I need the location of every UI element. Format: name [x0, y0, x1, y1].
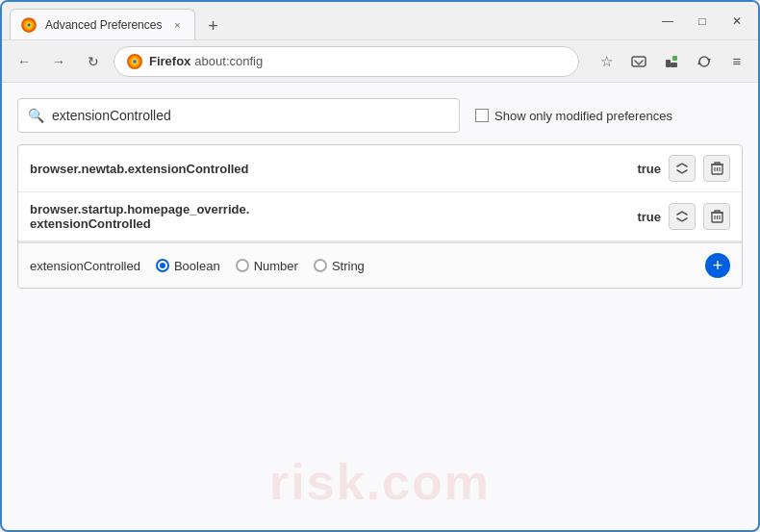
pref-name-2-line1: browser.startup.homepage_override.	[30, 202, 629, 216]
toggle-icon-2	[675, 210, 689, 223]
svg-marker-12	[707, 59, 711, 62]
svg-rect-10	[672, 56, 677, 61]
delete-icon-1	[711, 162, 723, 175]
extension-button[interactable]	[658, 48, 685, 75]
add-pref-button[interactable]: +	[705, 253, 730, 278]
radio-string[interactable]: String	[314, 259, 365, 273]
preferences-table: browser.newtab.extensionControlled true	[17, 144, 743, 289]
pref-name-2-line2: extensionControlled	[30, 216, 629, 231]
toggle-icon-1	[675, 162, 689, 175]
new-tab-button[interactable]: +	[199, 13, 226, 39]
menu-button[interactable]: ≡	[723, 48, 750, 75]
tab-close-button[interactable]: ×	[169, 17, 185, 33]
minimize-button[interactable]: —	[654, 11, 681, 32]
title-bar: Advanced Preferences × + — □ ✕	[2, 2, 758, 40]
delete-button-2[interactable]	[703, 203, 730, 230]
forward-button[interactable]: →	[44, 47, 73, 76]
toggle-button-2[interactable]	[669, 203, 696, 230]
svg-point-7	[133, 60, 137, 63]
firefox-tab-icon	[20, 16, 38, 34]
reload-button[interactable]: ↻	[79, 47, 108, 76]
radio-number[interactable]: Number	[236, 259, 298, 273]
search-row: 🔍 Show only modified preferences	[17, 98, 743, 133]
active-tab[interactable]: Advanced Preferences ×	[10, 9, 195, 39]
new-pref-name: extensionControlled	[30, 259, 140, 273]
radio-boolean-label: Boolean	[174, 259, 220, 273]
watermark: risk.com	[269, 453, 491, 511]
tab-title: Advanced Preferences	[45, 18, 162, 32]
extension-icon	[664, 54, 679, 69]
pref-actions-1	[669, 155, 730, 182]
close-button[interactable]: ✕	[723, 11, 750, 32]
search-box[interactable]: 🔍	[17, 98, 460, 133]
address-bar[interactable]: Firefox about:config	[114, 46, 579, 77]
table-row: browser.newtab.extensionControlled true	[18, 145, 742, 192]
window-controls: — □ ✕	[654, 11, 750, 32]
pref-value-2: true	[629, 210, 661, 224]
delete-icon-2	[711, 210, 723, 223]
back-button[interactable]: ←	[10, 47, 38, 76]
show-modified-text: Show only modified preferences	[494, 109, 672, 123]
radio-string-circle[interactable]	[314, 259, 327, 272]
sync-button[interactable]	[691, 48, 718, 75]
browser-brand: Firefox	[149, 54, 190, 68]
type-radio-group: Boolean Number String	[156, 259, 705, 273]
show-modified-checkbox[interactable]	[475, 109, 489, 122]
tab-area: Advanced Preferences × +	[10, 2, 654, 39]
table-row: browser.startup.homepage_override. exten…	[18, 192, 742, 241]
radio-boolean-circle[interactable]	[156, 259, 169, 272]
address-text: Firefox about:config	[149, 54, 263, 68]
pref-name-2: browser.startup.homepage_override. exten…	[30, 202, 629, 231]
svg-point-3	[27, 23, 30, 26]
radio-number-label: Number	[254, 259, 298, 273]
firefox-address-icon	[126, 53, 143, 70]
pref-name-1: browser.newtab.extensionControlled	[30, 162, 629, 176]
search-input[interactable]	[52, 108, 449, 123]
pocket-button[interactable]	[625, 48, 652, 75]
browser-window: Advanced Preferences × + — □ ✕ ← → ↻ Fir…	[0, 0, 760, 532]
pref-value-1: true	[629, 162, 661, 176]
svg-rect-11	[671, 63, 677, 67]
svg-marker-13	[697, 62, 701, 64]
sync-icon	[697, 54, 712, 69]
pref-actions-2	[669, 203, 730, 230]
radio-string-label: String	[332, 259, 365, 273]
pocket-icon	[631, 54, 646, 69]
bookmark-star-button[interactable]: ☆	[593, 48, 620, 75]
svg-rect-9	[666, 60, 671, 67]
navigation-bar: ← → ↻ Firefox about:config ☆	[2, 40, 758, 83]
maximize-button[interactable]: □	[689, 11, 716, 32]
radio-number-circle[interactable]	[236, 259, 249, 272]
search-icon: 🔍	[28, 108, 44, 123]
nav-icons: ☆	[593, 48, 750, 75]
delete-button-1[interactable]	[703, 155, 730, 182]
page-content: risk.com 🔍 Show only modified preference…	[2, 83, 758, 530]
add-pref-row: extensionControlled Boolean Number	[18, 241, 742, 288]
radio-boolean[interactable]: Boolean	[156, 259, 220, 273]
show-modified-label[interactable]: Show only modified preferences	[475, 109, 672, 123]
address-url: about:config	[194, 54, 263, 68]
toggle-button-1[interactable]	[669, 155, 696, 182]
